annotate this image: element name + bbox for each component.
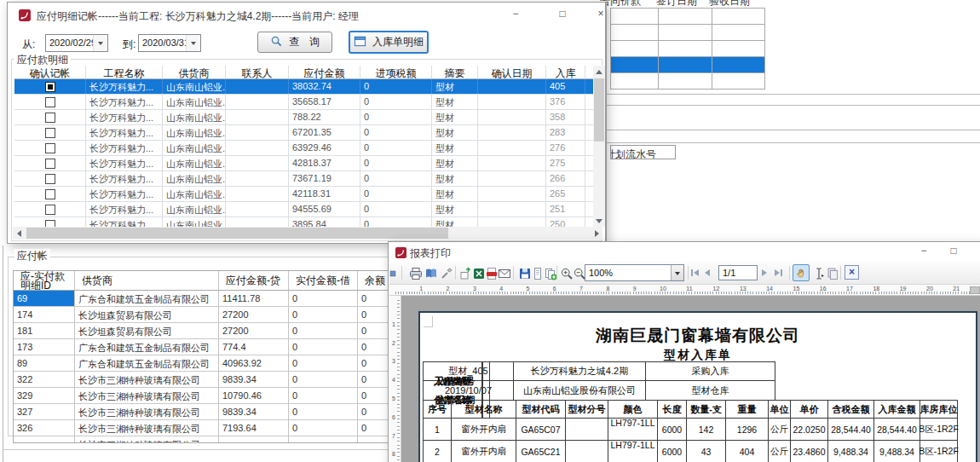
- cell-supplier[interactable]: 山东南山铝业...: [163, 202, 226, 217]
- cell-supplier[interactable]: 山东南山铝业...: [163, 217, 226, 227]
- column-header[interactable]: 确认记帐: [14, 66, 86, 78]
- cell-credit[interactable]: 11411.78: [219, 291, 289, 306]
- chevron-down-icon[interactable]: [671, 265, 683, 280]
- payable-detail-row[interactable]: 长沙万科魅力...山东南山铝业...67201.350型材283: [14, 125, 593, 141]
- cell-confirm[interactable]: [14, 110, 86, 124]
- cell-summary[interactable]: 型材: [432, 125, 478, 140]
- cell-confirm-date[interactable]: [478, 202, 546, 217]
- cell-inbound[interactable]: 358: [546, 110, 585, 124]
- cell-project[interactable]: 长沙万科魅力...: [86, 217, 163, 227]
- cell-tax[interactable]: 0: [360, 156, 432, 170]
- next-page-icon[interactable]: [762, 268, 767, 278]
- inbound-detail-button[interactable]: 入库单明细: [349, 31, 429, 54]
- copy-icon[interactable]: [825, 266, 839, 280]
- cell-contact[interactable]: [226, 110, 289, 124]
- cell-summary[interactable]: 型材: [432, 79, 478, 94]
- column-header[interactable]: 工程名称: [86, 66, 163, 78]
- cell-confirm[interactable]: [14, 217, 86, 227]
- cell-confirm[interactable]: [14, 125, 86, 140]
- column-header[interactable]: 进项税额: [360, 66, 432, 78]
- cell-confirm[interactable]: [14, 187, 86, 201]
- first-page-icon[interactable]: [691, 268, 699, 278]
- ruler-marker[interactable]: [970, 286, 980, 294]
- cell-debit[interactable]: 0: [289, 339, 358, 355]
- column-header[interactable]: 应-实付款明细ID: [14, 271, 75, 290]
- scroll-right-arrow[interactable]: [591, 227, 602, 240]
- cell-confirm-date[interactable]: [478, 95, 546, 109]
- cell-confirm-date[interactable]: [478, 171, 546, 186]
- cell-credit[interactable]: 774.4: [219, 339, 289, 355]
- horizontal-scrollbar[interactable]: [13, 227, 602, 240]
- send-email-icon[interactable]: [497, 266, 511, 280]
- vertical-scrollbar[interactable]: [593, 66, 605, 227]
- cell-debit[interactable]: 0: [289, 323, 358, 338]
- confirm-checkbox[interactable]: [45, 220, 55, 228]
- cell-project[interactable]: 长沙万科魅力...: [86, 79, 163, 94]
- payable-summary-row[interactable]: 181长沙坦森贸易有限公司2720000: [14, 323, 406, 339]
- scrollbar-thumb[interactable]: [594, 78, 604, 141]
- cell-project[interactable]: 长沙万科魅力...: [86, 141, 163, 155]
- cell-confirm[interactable]: [14, 171, 86, 186]
- print-icon[interactable]: [408, 266, 423, 280]
- cell-debit[interactable]: 0: [289, 307, 358, 322]
- cell-debit[interactable]: 0: [289, 372, 358, 387]
- payable-summary-row[interactable]: 89广东合和建筑五金制品有限公司40963.9200: [14, 355, 406, 372]
- cell-project[interactable]: 长沙万科魅力...: [86, 171, 163, 186]
- cell-id[interactable]: 329: [14, 388, 75, 403]
- title-bar[interactable]: 应付明细记帐------当前工程: 长沙万科魅力之城4.2期------当前用户…: [8, 3, 605, 28]
- payable-summary-row[interactable]: 长沙市三湘特种玻璃有限公司: [14, 436, 406, 442]
- cell-project[interactable]: 长沙万科魅力...: [86, 95, 163, 109]
- cell-confirm-date[interactable]: [478, 141, 546, 155]
- cell-id[interactable]: 322: [14, 372, 75, 387]
- cell-summary[interactable]: 型材: [432, 187, 478, 201]
- cell-inbound[interactable]: 275: [546, 156, 585, 170]
- cell-supplier[interactable]: 山东南山铝业...: [163, 110, 226, 124]
- cell-confirm[interactable]: [14, 141, 86, 155]
- column-header[interactable]: 摘要: [432, 66, 478, 78]
- cell-project[interactable]: 长沙万科魅力...: [86, 156, 163, 170]
- open-icon[interactable]: [389, 266, 396, 280]
- cell-credit[interactable]: 10790.46: [219, 388, 289, 403]
- minimize-button[interactable]: −: [505, 7, 526, 22]
- payable-summary-row[interactable]: 173广东合和建筑五金制品有限公司774.400: [14, 339, 406, 355]
- cell-credit[interactable]: [219, 436, 289, 442]
- cell-confirm-date[interactable]: [478, 156, 546, 170]
- cell-inbound[interactable]: 251: [546, 202, 585, 217]
- cell-tax[interactable]: 0: [360, 187, 432, 201]
- cell-confirm[interactable]: [14, 95, 86, 109]
- confirm-checkbox[interactable]: [45, 189, 55, 199]
- cell-supplier[interactable]: 山东南山铝业...: [163, 79, 226, 94]
- cell-supplier[interactable]: 长沙市三湘特种玻璃有限公司: [75, 436, 219, 442]
- cell-contact[interactable]: [226, 79, 289, 94]
- cell-credit[interactable]: 27200: [219, 307, 289, 322]
- cell-amount[interactable]: 3895.84: [289, 217, 360, 227]
- cell-summary[interactable]: 型材: [432, 156, 478, 170]
- query-button[interactable]: 查 询: [257, 32, 332, 53]
- column-header[interactable]: 实付金额-借: [289, 271, 358, 290]
- cell-contact[interactable]: [226, 171, 289, 186]
- cell-amount[interactable]: 67201.35: [289, 125, 360, 140]
- text-select-icon[interactable]: [811, 266, 826, 280]
- cell-debit[interactable]: 0: [289, 291, 358, 306]
- cell-tax[interactable]: 0: [360, 110, 432, 124]
- hand-tool-icon[interactable]: [793, 264, 810, 281]
- payable-detail-row[interactable]: 长沙万科魅力...山东南山铝业...63929.460型材276: [14, 141, 593, 156]
- last-page-icon[interactable]: [775, 268, 782, 278]
- confirm-checkbox[interactable]: [45, 159, 55, 169]
- cell-supplier[interactable]: 山东南山铝业...: [163, 156, 226, 170]
- cell-confirm-date[interactable]: [478, 79, 546, 94]
- cell-amount[interactable]: 38032.74: [289, 79, 360, 94]
- cell-id[interactable]: 89: [14, 355, 75, 371]
- cell-credit[interactable]: 27200: [219, 323, 289, 338]
- cell-tax[interactable]: 0: [360, 202, 432, 217]
- chevron-down-icon[interactable]: [93, 35, 107, 51]
- cell-confirm[interactable]: [14, 156, 86, 170]
- cell-contact[interactable]: [226, 156, 289, 170]
- cell-supplier[interactable]: 广东合和建筑五金制品有限公司: [75, 291, 219, 306]
- cell-amount[interactable]: 42818.37: [289, 156, 360, 170]
- cell-id[interactable]: 174: [14, 307, 75, 322]
- payable-summary-row[interactable]: 329长沙市三湘特种玻璃有限公司10790.4600: [14, 388, 406, 404]
- scroll-up-arrow[interactable]: [593, 66, 605, 78]
- page-setup-icon[interactable]: [424, 266, 438, 280]
- cell-project[interactable]: 长沙万科魅力...: [86, 187, 163, 201]
